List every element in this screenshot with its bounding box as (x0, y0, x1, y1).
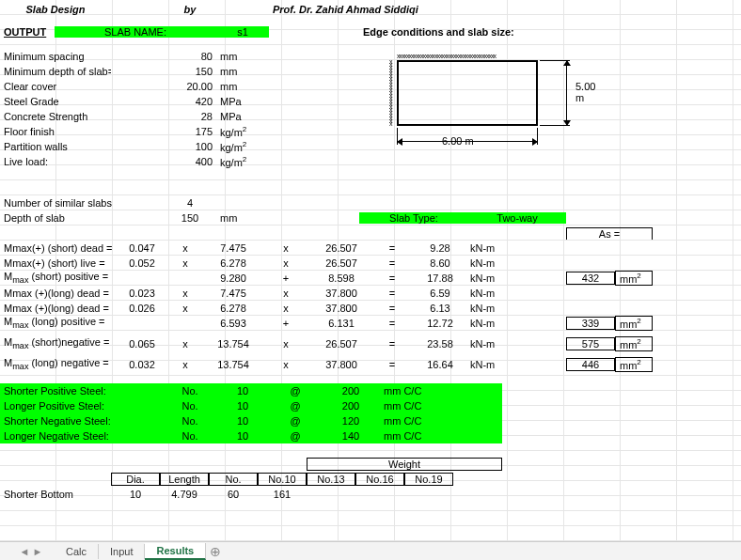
moment-cell: kN-m (466, 288, 510, 299)
wt-row-label: Shorter Bottom (0, 489, 111, 500)
param-unit: MPa (216, 111, 269, 122)
similar-slabs-value: 4 (164, 197, 216, 209)
moment-row: Mmax (+)(long) dead =0.023x7.475x37.800=… (0, 286, 741, 301)
moment-cell: 6.13 (414, 303, 466, 314)
moment-cell: 17.88 (414, 272, 466, 284)
steel-cell: No. (164, 430, 216, 442)
slab-name-value[interactable]: s1 (216, 26, 269, 38)
moment-cell: x (164, 359, 207, 370)
moment-cell: 6.593 (207, 318, 260, 329)
wt-col: No.19 (404, 473, 453, 486)
moment-cell: x (164, 242, 207, 254)
steel-cell: Longer Negative Steel: (0, 430, 164, 442)
moment-cell: 0.047 (120, 242, 164, 254)
moment-cell: 16.64 (414, 359, 466, 370)
param-row: Clear cover 20.00 mm (0, 79, 741, 94)
steel-cell: 140 (322, 430, 380, 442)
param-unit: kg/m2 (216, 125, 269, 138)
steel-row: Longer Negative Steel:No.10@140mm C/C (0, 428, 502, 443)
steel-cell: @ (269, 415, 322, 427)
moment-cell: = (370, 272, 414, 284)
slab-box (397, 60, 538, 126)
as-unit: mm2 (615, 336, 653, 351)
moment-cell: 8.598 (312, 272, 370, 284)
steel-cell: @ (269, 400, 322, 412)
moment-label: Mmax (+)(long) dead = (0, 303, 120, 314)
moment-cell: kN-m (466, 359, 510, 370)
param-unit: mm (216, 81, 269, 92)
steel-cell: 120 (322, 415, 380, 427)
dim-label-height: 5.00m (575, 81, 595, 103)
moment-label: Mmax (+)(long) dead = (0, 288, 120, 299)
sheet-tab-bar: ◄ ► Calc Input Results ⊕ (0, 541, 741, 560)
param-label: Live load: (0, 156, 111, 167)
moment-cell: kN-m (466, 257, 510, 269)
tab-nav-prev-icon[interactable]: ◄ (19, 546, 30, 557)
steel-cell: 10 (216, 400, 269, 412)
param-label: Minimum depth of slab= (0, 66, 111, 77)
weight-data-row: Shorter Bottom 10 4.799 60 161 (0, 487, 741, 502)
moment-row: Mmax(+) (short) live =0.052x6.278x26.507… (0, 256, 741, 271)
param-unit: mm (216, 51, 269, 62)
depth-label: Depth of slab (0, 212, 164, 224)
as-label: As = (566, 227, 653, 240)
tab-input[interactable]: Input (99, 544, 145, 559)
moment-cell: 37.800 (312, 288, 370, 299)
steel-cell: 200 (322, 400, 380, 412)
moment-cell: 9.28 (414, 242, 466, 254)
moment-cell: 0.052 (120, 257, 164, 269)
moment-cell: 7.475 (207, 242, 260, 254)
wt-col: Length (160, 473, 209, 486)
wt-col: No.13 (307, 473, 355, 486)
moment-label: Mmax (short)negative = (0, 336, 120, 350)
param-label: Floor finish (0, 126, 111, 137)
steel-cell: 10 (216, 430, 269, 442)
wt-cell: 10 (111, 489, 160, 500)
moment-cell: 26.507 (312, 338, 370, 350)
param-label: Clear cover (0, 81, 111, 92)
output-row: OUTPUT SLAB NAME: s1 Edge conditions and… (0, 24, 741, 39)
moment-cell: 6.59 (414, 288, 466, 299)
param-unit: mm (216, 66, 269, 77)
param-value: 400 (164, 156, 216, 167)
wt-col: No.10 (258, 473, 307, 486)
steel-cell: 10 (216, 415, 269, 427)
moment-cell: 13.754 (207, 338, 260, 350)
moment-cell: 37.800 (312, 303, 370, 314)
moment-row: Mmax (short) positive =9.280+8.598=17.88… (0, 271, 741, 286)
steel-cell: mm C/C (380, 385, 455, 397)
steel-cell: No. (164, 400, 216, 412)
moment-cell: + (260, 318, 312, 329)
moment-cell: = (370, 288, 414, 299)
steel-cell: Longer Positive Steel: (0, 400, 164, 412)
moment-cell: 8.60 (414, 257, 466, 269)
steel-cell: mm C/C (380, 415, 455, 427)
tab-results[interactable]: Results (145, 543, 206, 560)
wt-cell: 161 (258, 489, 307, 500)
moment-row: Mmax (long) negative =0.032x13.754x37.80… (0, 357, 741, 372)
moment-cell: = (370, 318, 414, 329)
param-unit: MPa (216, 96, 269, 107)
wt-cell: 60 (209, 489, 258, 500)
hatch-left: xxxxxxxxxxxxxxxxxxxxxxx (389, 60, 397, 126)
hatch-top: xxxxxxxxxxxxxxxxxxxxxxxxxxxxxxxxxxxxxxxx… (397, 53, 538, 60)
param-value: 80 (164, 51, 216, 62)
moment-cell: kN-m (466, 303, 510, 314)
moment-cell: = (370, 303, 414, 314)
tab-add-icon[interactable]: ⊕ (206, 544, 225, 559)
moment-cell: = (370, 338, 414, 350)
steel-cell: @ (269, 430, 322, 442)
steel-row: Shorter Positive Steel:No.10@200mm C/C (0, 383, 502, 398)
param-row: Partition walls 100 kg/m2 (0, 139, 741, 154)
moment-cell: x (164, 288, 207, 299)
param-unit: kg/m2 (216, 140, 269, 153)
moment-cell: x (164, 257, 207, 269)
slab-diagram: xxxxxxxxxxxxxxxxxxxxxxxxxxxxxxxxxxxxxxxx… (387, 54, 587, 147)
param-label: Steel Grade (0, 96, 111, 107)
moment-label: Mmax (long) positive = (0, 316, 120, 330)
tab-calc[interactable]: Calc (55, 544, 99, 559)
moment-cell: 0.032 (120, 359, 164, 370)
tab-nav-next-icon[interactable]: ► (32, 546, 43, 557)
moment-cell: 6.278 (207, 303, 260, 314)
moment-cell: x (260, 359, 312, 370)
